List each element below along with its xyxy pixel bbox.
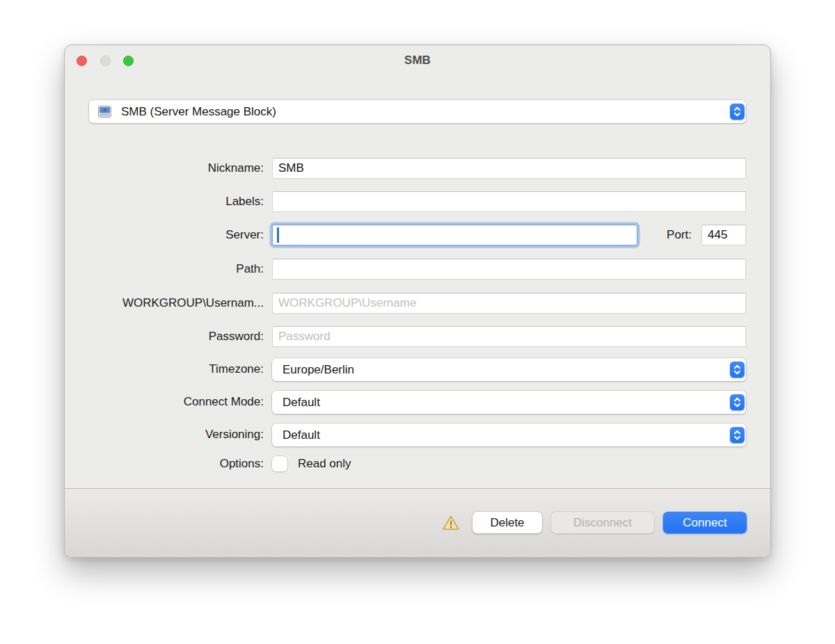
warning-triangle-icon — [442, 515, 460, 531]
timezone-select-value: Europe/Berlin — [283, 363, 746, 377]
timezone-label: Timezone: — [65, 359, 264, 380]
nickname-input[interactable] — [272, 158, 746, 179]
versioning-select-value: Default — [283, 428, 746, 442]
timezone-select[interactable]: Europe/Berlin — [272, 358, 746, 381]
connect-mode-select[interactable]: Default — [272, 391, 746, 414]
labels-input[interactable] — [272, 191, 746, 212]
server-label: Server: — [65, 225, 264, 245]
minimize-window-button[interactable] — [100, 56, 111, 66]
labels-label: Labels: — [65, 191, 264, 212]
protocol-select-value: SMB (Server Message Block) — [112, 105, 746, 119]
smb-connection-window: SMB SMB (Server Message Block) Nickname:… — [64, 45, 771, 558]
path-label: Path: — [65, 259, 264, 280]
delete-button[interactable]: Delete — [472, 512, 542, 533]
port-label: Port: — [552, 225, 692, 245]
disk-drive-icon — [97, 104, 112, 119]
nickname-label: Nickname: — [65, 158, 264, 179]
username-input[interactable] — [272, 293, 746, 314]
read-only-checkbox-label: Read only — [298, 456, 351, 472]
chevron-up-down-icon — [730, 427, 745, 443]
chevron-up-down-icon — [730, 362, 745, 378]
footer-bar: Delete Disconnect Connect — [65, 488, 770, 557]
port-input[interactable] — [701, 225, 746, 245]
zoom-window-button[interactable] — [123, 56, 134, 66]
disconnect-button[interactable]: Disconnect — [551, 512, 654, 533]
protocol-select[interactable]: SMB (Server Message Block) — [89, 100, 746, 123]
window-title: SMB — [65, 45, 770, 76]
versioning-label: Versioning: — [65, 424, 264, 445]
username-label: WORKGROUP\Usernam... — [65, 293, 264, 314]
chevron-up-down-icon — [730, 104, 745, 120]
connect-mode-label: Connect Mode: — [65, 392, 264, 412]
close-window-button[interactable] — [77, 56, 87, 66]
password-label: Password: — [65, 326, 264, 347]
connect-button[interactable]: Connect — [663, 512, 747, 533]
titlebar: SMB — [65, 45, 770, 76]
connect-mode-select-value: Default — [283, 396, 746, 410]
path-input[interactable] — [272, 259, 746, 280]
password-input[interactable] — [272, 326, 746, 347]
text-cursor — [277, 227, 279, 243]
read-only-checkbox[interactable] — [272, 456, 287, 472]
options-label: Options: — [65, 453, 264, 474]
chevron-up-down-icon — [730, 394, 745, 410]
versioning-select[interactable]: Default — [272, 424, 746, 446]
